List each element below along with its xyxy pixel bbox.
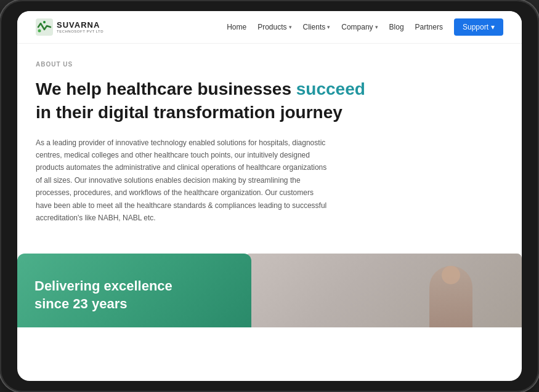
card-title: Delivering excellence since 23 years xyxy=(34,278,234,313)
website: SUVARNA TECHNOSOFT PVT LTD Home Products… xyxy=(17,11,522,381)
navbar: SUVARNA TECHNOSOFT PVT LTD Home Products… xyxy=(17,11,522,44)
heading-part1: We help healthcare businesses xyxy=(36,79,296,98)
logo-main-text: SUVARNA xyxy=(57,21,103,30)
nav-links: Home Products ▾ Clients ▾ Company ▾ xyxy=(227,18,503,36)
svg-point-2 xyxy=(43,21,46,23)
logo-area: SUVARNA TECHNOSOFT PVT LTD xyxy=(36,18,103,36)
bottom-section: Delivering excellence since 23 years xyxy=(17,254,522,327)
logo-icon xyxy=(36,18,53,36)
hero-description: As a leading provider of innovative tech… xyxy=(36,137,331,225)
nav-partners[interactable]: Partners xyxy=(415,23,443,31)
products-chevron-icon: ▾ xyxy=(289,24,292,30)
green-card: Delivering excellence since 23 years xyxy=(17,254,251,327)
tablet-screen: SUVARNA TECHNOSOFT PVT LTD Home Products… xyxy=(17,11,522,381)
photo-card xyxy=(245,254,522,327)
support-button[interactable]: Support ▾ xyxy=(454,18,503,36)
heading-highlight: succeed xyxy=(296,79,365,98)
support-chevron-icon: ▾ xyxy=(491,23,495,31)
logo-text: SUVARNA TECHNOSOFT PVT LTD xyxy=(57,21,103,34)
nav-clients[interactable]: Clients ▾ xyxy=(303,23,331,31)
nav-products[interactable]: Products ▾ xyxy=(257,23,291,31)
main-content: ABOUT US We help healthcare businesses s… xyxy=(17,44,522,254)
svg-point-1 xyxy=(38,30,41,33)
nav-blog[interactable]: Blog xyxy=(389,23,404,31)
nav-company[interactable]: Company ▾ xyxy=(341,23,378,31)
company-chevron-icon: ▾ xyxy=(375,24,378,30)
clients-chevron-icon: ▾ xyxy=(327,24,330,30)
tablet-frame: SUVARNA TECHNOSOFT PVT LTD Home Products… xyxy=(0,0,539,392)
logo-sub-text: TECHNOSOFT PVT LTD xyxy=(57,30,103,34)
heading-part2: in their digital transformation journey xyxy=(36,103,342,122)
nav-home[interactable]: Home xyxy=(227,23,246,31)
about-label: ABOUT US xyxy=(36,61,503,68)
photo-placeholder xyxy=(245,254,522,327)
hero-heading: We help healthcare businesses succeed in… xyxy=(36,78,381,124)
